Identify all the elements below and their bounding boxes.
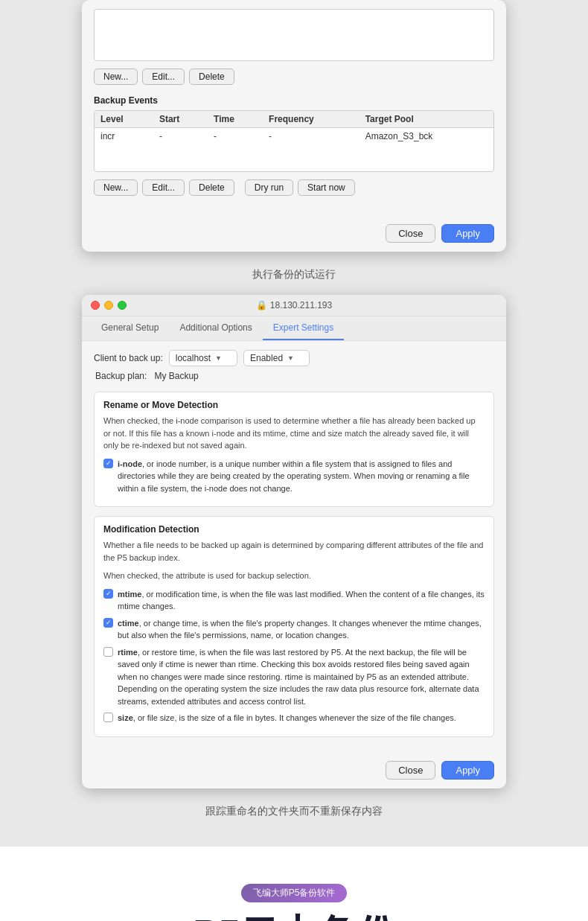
backup-events-table-area: Level Start Time Frequency Target Pool i… xyxy=(94,110,494,172)
window1-body: New... Edit... Delete Backup Events Leve… xyxy=(82,0,506,218)
ctime-label: ctime, or change time, is when the file'… xyxy=(118,617,485,642)
new-button-top[interactable]: New... xyxy=(94,68,138,85)
col-level: Level xyxy=(95,111,153,128)
titlebar-address: 🔒 18.130.211.193 xyxy=(256,300,332,310)
rtime-bold: rtime xyxy=(118,648,138,657)
size-rest: , or file size, is the size of a file in… xyxy=(133,713,456,722)
inode-checkbox[interactable]: ✓ xyxy=(103,459,113,468)
cell-level: incr xyxy=(95,128,153,145)
close-button-2[interactable]: Close xyxy=(386,761,435,780)
bottom-button-row: New... Edit... Delete Dry run Start now xyxy=(94,179,494,196)
size-checkbox-row: size, or file size, is the size of a fil… xyxy=(103,712,485,724)
enabled-select[interactable]: Enabled ▼ xyxy=(243,350,310,366)
rename-section: Rename or Move Detection When checked, t… xyxy=(94,392,494,507)
client-select[interactable]: localhost ▼ xyxy=(169,350,237,366)
rtime-checkbox-row: rtime, or restore time, is when the file… xyxy=(103,646,485,708)
tab-additional-options[interactable]: Additional Options xyxy=(169,316,262,340)
client-form-row: Client to back up: localhost ▼ Enabled ▼ xyxy=(94,350,494,366)
rtime-label: rtime, or restore time, is when the file… xyxy=(118,646,485,708)
tab-expert-settings[interactable]: Expert Settings xyxy=(263,316,344,340)
ctime-checkbox-row: ✓ ctime, or change time, is when the fil… xyxy=(103,617,485,642)
delete-button-top[interactable]: Delete xyxy=(189,68,234,85)
col-time: Time xyxy=(208,111,263,128)
maximize-traffic-light[interactable] xyxy=(118,301,127,310)
mtime-checkbox[interactable]: ✓ xyxy=(103,589,113,599)
top-button-row: New... Edit... Delete xyxy=(94,68,494,85)
col-frequency: Frequency xyxy=(263,111,359,128)
big-title: P5云中备份 xyxy=(193,913,395,922)
cell-time: - xyxy=(208,128,263,145)
apply-button-1[interactable]: Apply xyxy=(441,224,494,243)
plan-row: Backup plan: My Backup xyxy=(94,371,494,381)
enabled-chevron-icon: ▼ xyxy=(287,354,294,362)
ctime-bold: ctime xyxy=(118,619,139,628)
col-start: Start xyxy=(153,111,208,128)
table-row[interactable]: incr - - - Amazon_S3_bck xyxy=(95,128,493,145)
new-button-bottom[interactable]: New... xyxy=(94,179,138,196)
start-now-button[interactable]: Start now xyxy=(298,179,355,196)
ip-address: 18.130.211.193 xyxy=(270,300,332,310)
inode-label: i-node, or inode number, is a unique num… xyxy=(118,458,485,495)
caption-2: 跟踪重命名的文件夹而不重新保存内容 xyxy=(205,805,383,818)
mtime-rest: , or modification time, is when the file… xyxy=(118,590,485,611)
mtime-bold: mtime xyxy=(118,590,141,599)
branding-section: 飞编大师P5备份软件 P5云中备份 xyxy=(0,847,588,922)
close-traffic-light[interactable] xyxy=(91,301,100,310)
size-label: size, or file size, is the size of a fil… xyxy=(118,712,456,724)
ctime-rest: , or change time, is when the file's pro… xyxy=(118,619,482,640)
dry-run-button[interactable]: Dry run xyxy=(245,179,293,196)
traffic-lights xyxy=(91,301,127,310)
plan-label: Backup plan: xyxy=(95,371,147,381)
plan-value: My Backup xyxy=(154,371,198,381)
client-value: localhost xyxy=(176,353,211,363)
tab-general-setup[interactable]: General Setup xyxy=(91,316,169,340)
inode-label-bold: i-node xyxy=(118,459,142,468)
expert-body: Client to back up: localhost ▼ Enabled ▼… xyxy=(82,341,506,755)
size-checkbox[interactable] xyxy=(103,713,113,722)
big-title-text: P5云中备份 xyxy=(193,912,395,922)
close-button-1[interactable]: Close xyxy=(386,224,435,243)
modification-section: Modification Detection Whether a file ne… xyxy=(94,516,494,737)
caption-1: 执行备份的试运行 xyxy=(252,268,336,281)
edit-button-top[interactable]: Edit... xyxy=(142,68,185,85)
text-area-mock xyxy=(94,9,494,61)
modification-title: Modification Detection xyxy=(103,524,485,535)
cell-start: - xyxy=(153,128,208,145)
col-target-pool: Target Pool xyxy=(359,111,493,128)
tabs-bar: General Setup Additional Options Expert … xyxy=(82,316,506,341)
rtime-rest: , or restore time, is when the file was … xyxy=(118,648,479,706)
apply-button-2[interactable]: Apply xyxy=(441,761,494,780)
delete-button-bottom[interactable]: Delete xyxy=(189,179,234,196)
edit-button-bottom[interactable]: Edit... xyxy=(142,179,185,196)
titlebar: 🔒 18.130.211.193 xyxy=(82,295,506,316)
lock-icon: 🔒 xyxy=(256,300,267,310)
when-checked-desc: When checked, the attribute is used for … xyxy=(103,570,485,582)
rename-title: Rename or Move Detection xyxy=(103,400,485,410)
expert-settings-window: 🔒 18.130.211.193 General Setup Additiona… xyxy=(82,295,506,788)
branding-badge: 飞编大师P5备份软件 xyxy=(241,884,348,902)
mtime-checkbox-row: ✓ mtime, or modification time, is when t… xyxy=(103,588,485,613)
minimize-traffic-light[interactable] xyxy=(104,301,113,310)
backup-events-label: Backup Events xyxy=(94,95,494,106)
backup-events-table: Level Start Time Frequency Target Pool i… xyxy=(95,111,493,171)
size-bold: size xyxy=(118,713,133,722)
rtime-checkbox[interactable] xyxy=(103,647,113,657)
modification-desc: Whether a file needs to be backed up aga… xyxy=(103,539,485,564)
backup-window: New... Edit... Delete Backup Events Leve… xyxy=(82,0,506,252)
window2-footer: Close Apply xyxy=(82,755,506,788)
inode-checkbox-row: ✓ i-node, or inode number, is a unique n… xyxy=(103,458,485,495)
client-chevron-icon: ▼ xyxy=(215,354,222,362)
enabled-value: Enabled xyxy=(250,353,283,363)
client-label: Client to back up: xyxy=(94,353,163,363)
page-wrapper: New... Edit... Delete Backup Events Leve… xyxy=(0,0,588,921)
mtime-label: mtime, or modification time, is when the… xyxy=(118,588,485,613)
ctime-checkbox[interactable]: ✓ xyxy=(103,618,113,628)
cell-frequency: - xyxy=(263,128,359,145)
cell-target-pool: Amazon_S3_bck xyxy=(359,128,493,145)
window1-footer: Close Apply xyxy=(82,218,506,252)
rename-desc: When checked, the i-node comparison is u… xyxy=(103,415,485,452)
inode-label-rest: , or inode number, is a unique number wi… xyxy=(118,459,470,493)
